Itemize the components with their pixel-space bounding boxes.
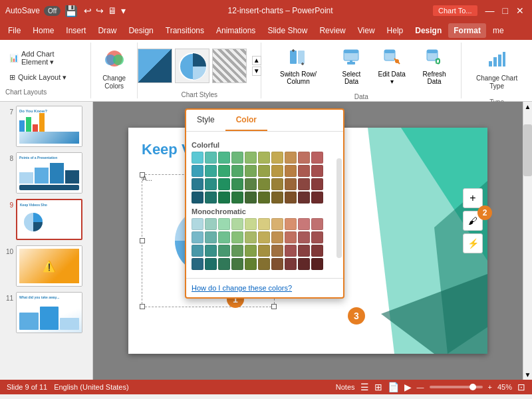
color-cell[interactable] [298, 152, 310, 164]
color-cell[interactable] [205, 192, 217, 203]
filter-button[interactable]: ⚡ [463, 233, 483, 253]
zoom-out-btn[interactable]: — [417, 383, 424, 391]
handle-br[interactable] [271, 304, 277, 309]
slideshow-btn[interactable]: ▶ [404, 382, 412, 392]
menu-file[interactable]: File [3, 23, 26, 38]
mono-color-cell[interactable] [192, 245, 203, 257]
change-colors-button[interactable]: ChangeColors [98, 45, 130, 93]
slide-thumb-11[interactable]: 11 What did you take away... [3, 291, 90, 334]
mono-color-cell[interactable] [271, 258, 283, 270]
color-cell[interactable] [298, 178, 310, 190]
add-chart-element-button[interactable]: 📊 Add Chart Element ▾ [5, 48, 85, 68]
slide-thumb-10[interactable]: 10 ⚠️ [3, 244, 90, 288]
right-scrollbar[interactable]: ▲ ▼ [523, 102, 532, 380]
color-cell[interactable] [285, 165, 297, 177]
mono-color-cell[interactable] [245, 258, 257, 270]
color-cell[interactable] [298, 192, 310, 203]
color-cell[interactable] [245, 165, 257, 177]
style-tab[interactable]: Style [186, 110, 225, 131]
normal-view-btn[interactable]: ☰ [360, 382, 369, 392]
mono-color-cell[interactable] [245, 245, 257, 257]
mono-color-cell[interactable] [218, 258, 230, 270]
color-cell[interactable] [298, 165, 310, 177]
customize-icon[interactable]: ▾ [121, 5, 126, 16]
close-icon[interactable]: ✕ [516, 5, 524, 16]
mono-color-cell[interactable] [285, 231, 297, 243]
color-cell[interactable] [258, 165, 270, 177]
mono-color-cell[interactable] [311, 218, 323, 230]
menu-slideshow[interactable]: Slide Show [262, 23, 313, 38]
autosave-toggle[interactable]: Off [44, 6, 61, 16]
grid-view-btn[interactable]: ⊞ [374, 382, 382, 392]
mono-color-cell[interactable] [285, 245, 297, 257]
color-cell[interactable] [231, 165, 243, 177]
minimize-icon[interactable]: — [485, 5, 495, 16]
mono-color-cell[interactable] [298, 218, 310, 230]
color-cell[interactable] [218, 178, 230, 190]
popup-scrollbar[interactable] [336, 158, 342, 258]
menu-view[interactable]: View [352, 23, 380, 38]
chart-style-next[interactable]: ▼ [252, 66, 261, 76]
mono-color-cell[interactable] [245, 231, 257, 243]
menu-format[interactable]: Format [448, 23, 486, 38]
menu-help[interactable]: Help [382, 23, 409, 38]
zoom-level[interactable]: 45% [497, 383, 512, 391]
mono-color-cell[interactable] [298, 245, 310, 257]
color-cell[interactable] [205, 165, 217, 177]
menu-draw[interactable]: Draw [92, 23, 122, 38]
scroll-down-btn[interactable]: ▼ [523, 370, 532, 380]
slide-thumb-8[interactable]: 8 Points of a Presentation [3, 151, 90, 195]
mono-color-cell[interactable] [218, 231, 230, 243]
color-cell[interactable] [231, 192, 243, 203]
menu-insert[interactable]: Insert [61, 23, 91, 38]
color-cell[interactable] [258, 178, 270, 190]
redo-icon[interactable]: ↪ [96, 5, 104, 16]
color-cell[interactable] [192, 152, 203, 164]
popup-footer[interactable]: How do I change these colors? [186, 278, 343, 297]
color-cell[interactable] [218, 152, 230, 164]
mono-color-cell[interactable] [258, 245, 270, 257]
color-cell[interactable] [311, 178, 323, 190]
mono-color-cell[interactable] [271, 231, 283, 243]
monitor-icon[interactable]: 🖥 [108, 5, 117, 16]
color-cell[interactable] [285, 152, 297, 164]
mono-color-cell[interactable] [271, 218, 283, 230]
mono-color-cell[interactable] [285, 258, 297, 270]
mono-color-cell[interactable] [311, 245, 323, 257]
chart-style-1[interactable] [138, 49, 172, 83]
mono-color-cell[interactable] [298, 231, 310, 243]
zoom-slider[interactable] [430, 386, 483, 388]
color-cell[interactable] [285, 192, 297, 203]
color-cell[interactable] [192, 165, 203, 177]
menu-home[interactable]: Home [27, 23, 59, 38]
maximize-icon[interactable]: □ [503, 5, 508, 16]
mono-color-cell[interactable] [218, 218, 230, 230]
zoom-in-btn[interactable]: + [488, 383, 492, 391]
mono-color-cell[interactable] [311, 231, 323, 243]
color-cell[interactable] [258, 192, 270, 203]
color-cell[interactable] [285, 178, 297, 190]
mono-color-cell[interactable] [205, 245, 217, 257]
refresh-data-button[interactable]: Refresh Data [413, 45, 456, 88]
slide-thumb-9[interactable]: 9 Keep Videos Sho [3, 198, 90, 241]
quick-layout-button[interactable]: ⊞ Quick Layout ▾ [5, 71, 85, 84]
mono-color-cell[interactable] [231, 245, 243, 257]
color-cell[interactable] [311, 165, 323, 177]
mono-color-cell[interactable] [192, 231, 203, 243]
mono-color-cell[interactable] [231, 231, 243, 243]
mono-color-cell[interactable] [231, 258, 243, 270]
color-cell[interactable] [271, 192, 283, 203]
handle-bl[interactable] [140, 304, 145, 309]
color-cell[interactable] [205, 178, 217, 190]
mono-color-cell[interactable] [205, 258, 217, 270]
fit-slide-btn[interactable]: ⊡ [517, 382, 525, 392]
color-cell[interactable] [192, 192, 203, 203]
color-tab[interactable]: Color [225, 110, 267, 131]
mono-color-cell[interactable] [258, 231, 270, 243]
chart-style-3[interactable] [212, 49, 247, 83]
scroll-thumb[interactable] [523, 124, 532, 176]
reading-view-btn[interactable]: 📄 [388, 382, 399, 392]
color-cell[interactable] [192, 178, 203, 190]
menu-animations[interactable]: Animations [211, 23, 261, 38]
mono-color-cell[interactable] [218, 245, 230, 257]
